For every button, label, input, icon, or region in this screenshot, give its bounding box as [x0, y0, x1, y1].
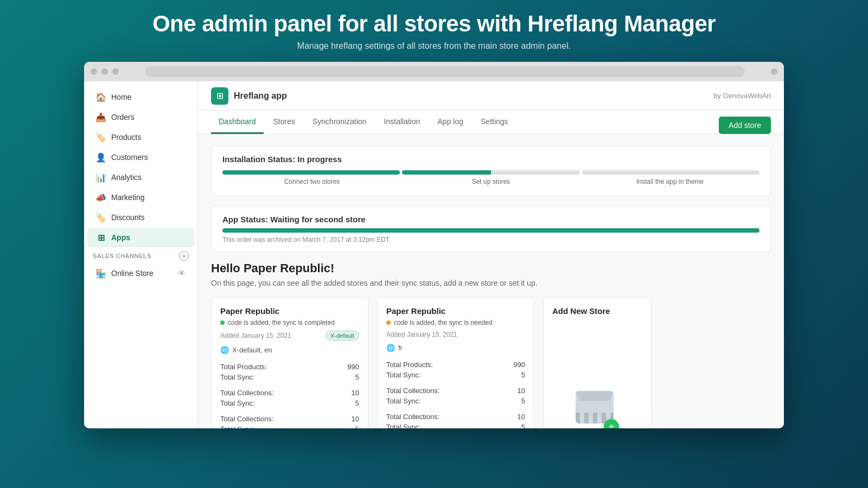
store-card-2-status-text: code is added, the sync is needed — [394, 319, 492, 326]
store-card-2-locale: 🌐 fr — [386, 344, 525, 352]
store-card-1-locale: 🌐 X-default, en — [220, 346, 359, 354]
sidebar-item-customers-label: Customers — [111, 153, 148, 162]
hello-title: Hello Paper Republic! — [211, 261, 771, 275]
globe-icon-2: 🌐 — [386, 344, 395, 352]
app-name: Hreflang app — [234, 91, 287, 101]
sidebar-item-online-store[interactable]: 🏪 Online Store 👁 — [87, 265, 194, 282]
sidebar-item-home[interactable]: 🏠 Home — [87, 87, 194, 107]
sidebar-item-marketing-label: Marketing — [111, 193, 144, 202]
add-store-button[interactable]: Add store — [719, 117, 771, 134]
stat-label: Total Collections: — [386, 413, 439, 421]
stat-value: 990 — [513, 361, 525, 369]
hero-subtitle: Manage hreflang settings of all stores f… — [297, 41, 571, 51]
app-status-progress — [222, 228, 760, 233]
sidebar-item-orders[interactable]: 📥 Orders — [87, 107, 194, 127]
home-icon: 🏠 — [96, 92, 106, 102]
tab-dashboard[interactable]: Dashboard — [211, 111, 264, 134]
stat-label: Total Products: — [386, 361, 433, 369]
sidebar-item-discounts-label: Discounts — [111, 213, 144, 222]
stats-divider — [220, 408, 359, 414]
store-icon: 🏪 — [96, 268, 106, 278]
store-card-2-date: Added January 15, 2021 — [386, 331, 457, 338]
stat-label: Total Sync: — [386, 397, 421, 405]
analytics-icon: 📊 — [96, 172, 106, 182]
add-sales-channel-button[interactable]: + — [179, 251, 189, 261]
stats-divider — [386, 380, 525, 386]
progress-segment-1 — [222, 170, 400, 175]
add-store-circle-button[interactable]: + — [604, 419, 619, 428]
stat-label: Total Sync: — [386, 371, 421, 379]
stats-row: Total Sync: 5 — [386, 422, 525, 428]
online-store-label: Online Store — [111, 269, 154, 278]
progress-label-1: Connect two stores — [222, 178, 401, 185]
app-status-title: App Status: Waiting for second store — [222, 215, 760, 224]
store-cards: Paper Republic code is added, the sync i… — [211, 297, 771, 428]
sidebar-item-discounts[interactable]: 🏷️ Discounts — [87, 208, 194, 227]
stats-row: Total Sync: 5 — [220, 398, 359, 408]
tab-installation[interactable]: Installation — [376, 111, 428, 134]
add-new-store-card[interactable]: Add New Store + — [543, 297, 652, 428]
browser-dot-green — [112, 68, 119, 75]
stats-row: Total Collections: 10 — [386, 412, 525, 422]
stat-label: Total Collections: — [220, 389, 273, 397]
progress-label-2: Set up stores — [401, 178, 580, 185]
hero-title: One admin panel for all stores with Href… — [152, 11, 716, 37]
stats-row: Total Products: 990 — [386, 359, 525, 370]
products-icon: 🏷️ — [96, 132, 106, 142]
sidebar-item-apps[interactable]: ⊞ Apps — [87, 228, 194, 247]
stats-divider — [220, 382, 359, 388]
tab-settings[interactable]: Settings — [473, 111, 516, 134]
discounts-icon: 🏷️ — [96, 213, 106, 222]
browser-chrome — [84, 62, 784, 81]
store-card-2-status: code is added, the sync is needed — [386, 319, 525, 326]
app-layout: 🏠 Home 📥 Orders 🏷️ Products 👤 Customers … — [84, 81, 784, 428]
tab-stores[interactable]: Stores — [266, 111, 303, 134]
tab-app-log[interactable]: App log — [430, 111, 471, 134]
sidebar-item-products[interactable]: 🏷️ Products — [87, 127, 194, 147]
store-card-1-name: Paper Republic — [220, 306, 359, 316]
sidebar-item-customers[interactable]: 👤 Customers — [87, 147, 194, 167]
stat-label: Total Sync: — [386, 423, 421, 428]
stat-value: 5 — [355, 373, 359, 381]
stat-value: 5 — [355, 399, 359, 407]
by-label: by GenovaWebArt — [713, 92, 771, 100]
marketing-icon: 📣 — [96, 192, 106, 202]
store-card-2-date-row: Added January 15, 2021 — [386, 331, 525, 338]
app-status-card: App Status: Waiting for second store Thi… — [211, 206, 771, 253]
progress-label-3: Install the app in theme — [580, 178, 760, 185]
nav-tabs: Dashboard Stores Synchronization Install… — [198, 111, 784, 134]
browser-dot-yellow — [101, 68, 108, 75]
stat-value: 10 — [352, 389, 359, 397]
stats-row: Total Sync: 5 — [220, 372, 359, 382]
sidebar-item-apps-label: Apps — [111, 233, 130, 242]
stat-label: Total Sync: — [220, 399, 255, 407]
stat-value: 10 — [518, 387, 525, 395]
tab-synchronization[interactable]: Synchronization — [305, 111, 374, 134]
sidebar-item-analytics[interactable]: 📊 Analytics — [87, 168, 194, 187]
stats-row: Total Sync: 5 — [220, 424, 359, 428]
sales-channels-section: SALES CHANNELS + — [84, 248, 197, 264]
stat-value: 10 — [352, 415, 359, 423]
nav-tabs-left: Dashboard Stores Synchronization Install… — [211, 111, 516, 134]
sidebar-item-products-label: Products — [111, 133, 141, 142]
store-card-1-locale-text: X-default, en — [232, 346, 272, 354]
stats-row: Total Collections: 10 — [220, 388, 359, 398]
stats-divider — [386, 406, 525, 412]
stat-label: Total Sync: — [220, 373, 255, 381]
sidebar-item-analytics-label: Analytics — [111, 173, 142, 182]
stats-row: Total Sync: 5 — [386, 396, 525, 406]
store-card-2: Paper Republic code is added, the sync i… — [377, 297, 534, 428]
stat-label: Total Sync: — [220, 425, 255, 428]
stat-label: Total Collections: — [386, 387, 439, 395]
store-card-1-status-text: code is added, the sync is completed — [228, 319, 335, 326]
browser-address-bar — [145, 66, 745, 77]
store-card-1-date: Added January 15, 2021 — [220, 332, 291, 339]
globe-icon-1: 🌐 — [220, 346, 229, 354]
stat-value: 990 — [347, 363, 359, 371]
sidebar-item-marketing[interactable]: 📣 Marketing — [87, 188, 194, 207]
customers-icon: 👤 — [96, 152, 106, 162]
store-illustration: + — [576, 391, 619, 428]
status-dot-green — [220, 320, 225, 325]
stats-row: Total Products: 990 — [220, 362, 359, 372]
sidebar-item-orders-label: Orders — [111, 113, 135, 121]
